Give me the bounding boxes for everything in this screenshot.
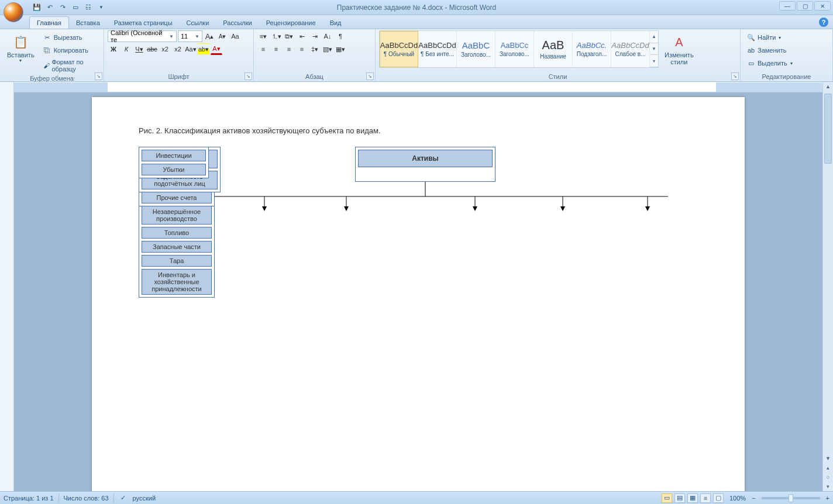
print-layout-view-button[interactable]: ▭ [662,493,672,503]
subscript-button[interactable]: x2 [159,43,171,55]
next-page-button[interactable]: ▾ [823,482,833,491]
eraser-icon: Aa [231,33,239,40]
web-layout-view-button[interactable]: ▦ [687,493,698,503]
zoom-out-button[interactable]: − [752,495,755,502]
zoom-thumb[interactable] [789,494,793,502]
change-styles-button[interactable]: A Изменить стили [661,30,697,68]
highlight-button[interactable]: ab▾ [198,43,209,55]
qat-dropdown[interactable]: ▼ [96,2,106,13]
find-button[interactable]: 🔍Найти▾ [744,32,783,43]
cut-button[interactable]: ✂Вырезать [40,32,100,43]
tab-home[interactable]: Главная [29,16,69,29]
align-left-button[interactable]: ≡ [257,43,269,55]
browse-object-button[interactable]: ○ [823,472,833,482]
vertical-scrollbar[interactable]: ▲ ▼ ▴ ○ ▾ [822,82,833,491]
redo-icon: ↷ [58,3,67,12]
scroll-thumb[interactable] [824,94,832,164]
increase-indent-button[interactable]: ⇥ [309,30,321,42]
tab-insert[interactable]: Вставка [69,17,107,29]
shading-button[interactable]: ▧▾ [322,43,333,55]
change-case-button[interactable]: Aa▾ [185,43,197,55]
spellcheck-icon[interactable]: ✓ [119,493,128,503]
gallery-down-button[interactable]: ▼ [650,43,658,56]
multilevel-button[interactable]: ⧉▾ [283,30,295,42]
status-word-count[interactable]: Число слов: 63 [64,495,109,502]
prev-page-button[interactable]: ▴ [823,463,833,472]
style-heading2[interactable]: AaBbCcЗаголово... [495,31,534,67]
diagram: Активы Средства труда Основные средства … [139,147,698,439]
style-subtitle[interactable]: AaBbCc.Подзагол... [573,31,611,67]
replace-icon: ab [746,46,756,55]
grow-font-button[interactable]: A▴ [204,30,215,42]
gallery-more-button[interactable]: ▾ [650,55,658,67]
paragraph-dialog-launcher[interactable]: ↘ [366,73,374,80]
tab-review[interactable]: Рецензирование [259,17,323,29]
svg-marker-11 [560,206,565,211]
office-button[interactable] [4,2,23,22]
align-center-button[interactable]: ≡ [270,43,282,55]
clipboard-dialog-launcher[interactable]: ↘ [95,73,102,80]
vertical-ruler[interactable] [0,82,14,491]
minimize-button[interactable]: — [779,1,796,11]
decrease-indent-button[interactable]: ⇤ [296,30,308,42]
zoom-in-button[interactable]: + [826,495,829,502]
underline-button[interactable]: Ч▾ [133,43,145,55]
status-page[interactable]: Страница: 1 из 1 [4,495,54,502]
borders-button[interactable]: ▦▾ [335,43,346,55]
tab-mailings[interactable]: Рассылки [216,17,259,29]
align-right-button[interactable]: ≡ [283,43,295,55]
style-normal[interactable]: AaBbCcDd¶ Обычный [380,31,418,67]
font-size-combo[interactable]: 11▼ [178,30,202,42]
replace-button[interactable]: abЗаменить [744,44,789,56]
style-title[interactable]: AaBНазвание [534,31,573,67]
italic-button[interactable]: К [121,43,132,55]
font-name-combo[interactable]: Calibri (Основной те▼ [108,30,177,42]
help-button[interactable]: ? [819,18,828,27]
status-separator [113,494,114,502]
sort-button[interactable]: A↓ [322,30,333,42]
page[interactable]: Рис. 2. Классификация активов хозяйствую… [92,97,745,491]
draft-view-button[interactable]: ▢ [713,493,724,503]
style-subtle[interactable]: AaBbCcDdСлабое в... [611,31,650,67]
save-button[interactable]: 💾 [32,2,42,13]
font-color-button[interactable]: A▾ [211,43,222,55]
paste-button[interactable]: 📋 Вставить ▾ [4,30,38,66]
shrink-font-button[interactable]: A▾ [216,30,228,42]
restore-button[interactable]: ▢ [797,1,813,11]
strikethrough-button[interactable]: abc [146,43,158,55]
zoom-slider[interactable] [762,497,820,499]
style-no-spacing[interactable]: AaBbCcDd¶ Без инте... [418,31,457,67]
tab-page-layout[interactable]: Разметка страницы [107,17,180,29]
scroll-down-button[interactable]: ▼ [823,454,833,463]
redo-button[interactable]: ↷ [57,2,68,13]
status-language[interactable]: русский [133,495,156,502]
superscript-button[interactable]: x2 [172,43,184,55]
new-button[interactable]: ▭ [70,2,81,13]
diagram-connectors [139,147,698,439]
numbering-button[interactable]: ⒈▾ [270,30,282,42]
tab-references[interactable]: Ссылки [180,17,216,29]
justify-button[interactable]: ≡ [296,43,308,55]
format-painter-button[interactable]: 🖌Формат по образцу [40,57,100,74]
gallery-up-button[interactable]: ▲ [650,31,658,43]
full-screen-view-button[interactable]: ▤ [674,493,685,503]
line-spacing-button[interactable]: ‡▾ [309,43,321,55]
zoom-level[interactable]: 100% [729,495,746,502]
outline-view-button[interactable]: ≡ [700,493,711,503]
document-area[interactable]: Рис. 2. Классификация активов хозяйствую… [14,92,822,491]
select-button[interactable]: ▭Выделить▾ [744,57,795,69]
undo-button[interactable]: ↶ [44,2,55,13]
tab-view[interactable]: Вид [323,17,349,29]
scroll-up-button[interactable]: ▲ [823,82,833,91]
show-marks-button[interactable]: ¶ [335,30,346,42]
font-dialog-launcher[interactable]: ↘ [245,73,252,80]
clear-formatting-button[interactable]: Aa [229,30,241,42]
bullets-button[interactable]: ≡▾ [257,30,269,42]
horizontal-ruler[interactable] [14,82,822,92]
style-heading1[interactable]: AaBbCЗаголово... [457,31,495,67]
preview-button[interactable]: ☷ [83,2,94,13]
copy-button[interactable]: ⿻Копировать [40,44,100,56]
bold-button[interactable]: Ж [108,43,119,55]
close-button[interactable]: ✕ [814,1,831,11]
styles-dialog-launcher[interactable]: ↘ [731,73,739,80]
